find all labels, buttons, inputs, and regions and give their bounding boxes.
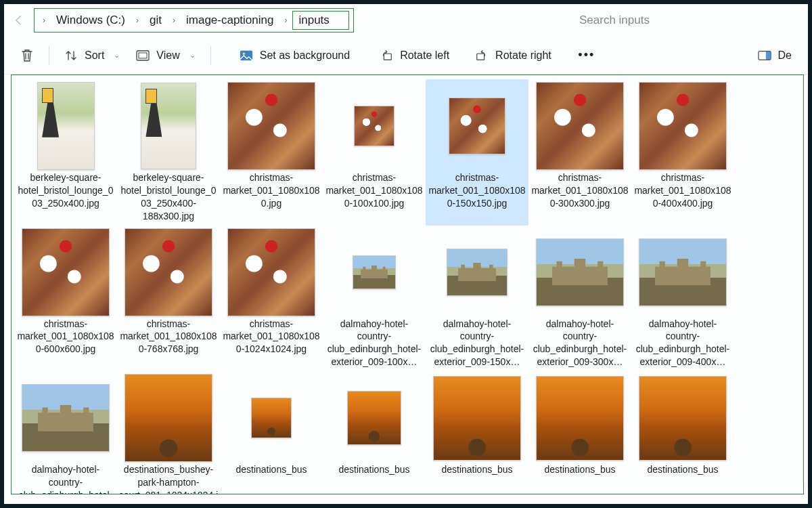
search-placeholder: Search inputs [579,14,650,27]
back-button[interactable] [9,9,28,31]
file-item[interactable]: destinations_bus [631,371,734,494]
thumbnail-box [327,228,422,316]
svg-rect-5 [477,54,484,60]
view-button[interactable]: View ⌄ [129,43,202,68]
file-item[interactable]: berkeley-square-hotel_bristol_lounge_003… [14,79,117,226]
rotate-left-button[interactable]: Rotate left [373,43,456,68]
file-item[interactable]: destinations_bus [426,371,528,494]
file-item[interactable]: christmas-market_001_1080x1080-768x768.j… [117,226,220,372]
file-item[interactable]: dalmahoy-hotel-country-club_edinburgh_ho… [426,226,528,372]
file-explorer-window: › Windows (C:) › git › image-captioning … [4,4,808,504]
file-name-label: dalmahoy-hotel-country-club_edinburgh_ho… [324,318,424,369]
thumbnail-image [22,384,110,452]
thumbnail-image [37,82,95,170]
svg-rect-4 [384,54,392,60]
breadcrumb-item[interactable]: git [144,11,167,30]
thumbnail-box [224,374,319,462]
file-item[interactable]: destinations_bus [323,371,426,494]
view-label: View [156,49,179,62]
thumbnail-image [227,82,315,170]
file-name-label: dalmahoy-hotel-country-club_edinburgh_ho… [633,318,733,369]
separator [210,46,211,65]
thumbnail-box [430,228,524,316]
thumbnail-image [353,255,396,289]
file-name-label: berkeley-square-hotel_bristol_lounge_003… [118,171,219,223]
file-item[interactable]: dalmahoy-hotel-country-club_edinburgh_ho… [14,371,117,494]
file-item[interactable]: dalmahoy-hotel-country-club_edinburgh_ho… [323,226,426,372]
file-name-label: destinations_bus [427,463,527,476]
delete-button[interactable] [14,43,41,68]
thumbnail-box [533,82,627,170]
file-item[interactable]: christmas-market_001_1080x1080-150x150.j… [426,79,528,226]
file-name-label: christmas-market_001_1080x1080-300x300.j… [530,171,630,210]
more-button[interactable]: ••• [573,43,600,68]
thumbnail-box [18,228,113,316]
thumbnail-image [347,391,401,445]
thumbnail-image [536,82,624,170]
thumbnail-image [449,98,505,154]
file-item[interactable]: dalmahoy-hotel-country-club_edinburgh_ho… [631,226,734,372]
file-item[interactable]: christmas-market_001_1080x1080-300x300.j… [528,79,631,226]
thumbnail-box [18,82,113,170]
thumbnail-image [536,238,624,306]
file-name-label: christmas-market_001_1080x1080.jpg [221,171,321,210]
thumbnail-box [327,374,422,462]
file-grid-area[interactable]: berkeley-square-hotel_bristol_lounge_003… [11,75,804,494]
details-pane-icon [758,49,771,62]
search-input[interactable]: Search inputs [579,8,803,33]
thumbnail-image [251,398,292,438]
file-name-label: destinations_bushey-park-hampton-court_0… [118,463,219,494]
breadcrumb-item[interactable]: image-captioning [181,11,279,30]
svg-rect-1 [139,53,147,58]
thumbnail-image [141,83,196,169]
sort-button[interactable]: Sort ⌄ [58,43,127,68]
file-name-label: berkeley-square-hotel_bristol_lounge_003… [16,171,116,210]
thumbnail-box [430,82,524,170]
file-name-label: christmas-market_001_1080x1080-150x150.j… [427,171,527,210]
file-item[interactable]: christmas-market_001_1080x1080-100x100.j… [323,79,426,226]
thumbnail-image [639,238,727,306]
file-name-label: destinations_bus [633,463,733,476]
file-item[interactable]: christmas-market_001_1080x1080.jpg [220,79,323,226]
toolbar: Sort ⌄ View ⌄ Set as background Rotate l… [4,37,808,75]
thumbnail-image [433,376,521,461]
details-pane-button[interactable]: De [751,43,798,68]
file-item[interactable]: christmas-market_001_1080x1080-600x600.j… [14,226,117,372]
file-name-label: christmas-market_001_1080x1080-100x100.j… [324,171,424,210]
svg-rect-7 [765,51,770,60]
file-item[interactable]: destinations_bushey-park-hampton-court_0… [117,371,220,494]
thumbnail-image [639,376,727,461]
thumbnail-box [635,228,730,316]
file-name-label: christmas-market_001_1080x1080-768x768.j… [118,318,219,356]
thumbnail-image [125,228,212,316]
file-name-label: destinations_bus [324,463,424,476]
thumbnail-box [327,82,422,170]
thumbnail-box [18,374,113,462]
set-bg-label: Set as background [260,49,350,62]
thumbnail-box [121,228,216,316]
file-item[interactable]: destinations_bus [220,371,323,494]
view-icon [136,49,150,62]
file-item[interactable]: dalmahoy-hotel-country-club_edinburgh_ho… [528,226,631,372]
thumbnail-box [533,374,627,462]
file-item[interactable]: christmas-market_001_1080x1080-1024x1024… [220,226,323,372]
breadcrumb-current[interactable]: inputs [292,11,348,30]
thumbnail-box [224,82,319,170]
rotate-right-icon [475,49,489,62]
file-name-label: destinations_bus [530,463,630,476]
thumbnail-box [121,82,216,170]
chevron-right-icon: › [132,16,143,25]
breadcrumb[interactable]: › Windows (C:) › git › image-captioning … [34,8,354,33]
file-item[interactable]: destinations_bus [528,371,631,494]
file-name-label: dalmahoy-hotel-country-club_edinburgh_ho… [16,463,116,494]
separator [49,46,49,65]
thumbnail-image [354,106,394,146]
breadcrumb-item[interactable]: Windows (C:) [51,11,131,30]
file-item[interactable]: christmas-market_001_1080x1080-400x400.j… [631,79,734,226]
file-item[interactable]: berkeley-square-hotel_bristol_lounge_003… [117,79,220,226]
file-name-label: destinations_bus [221,463,321,476]
sort-icon [64,49,78,62]
set-background-button[interactable]: Set as background [233,43,357,68]
rotate-right-button[interactable]: Rotate right [468,43,558,68]
rotate-left-label: Rotate left [400,49,449,62]
